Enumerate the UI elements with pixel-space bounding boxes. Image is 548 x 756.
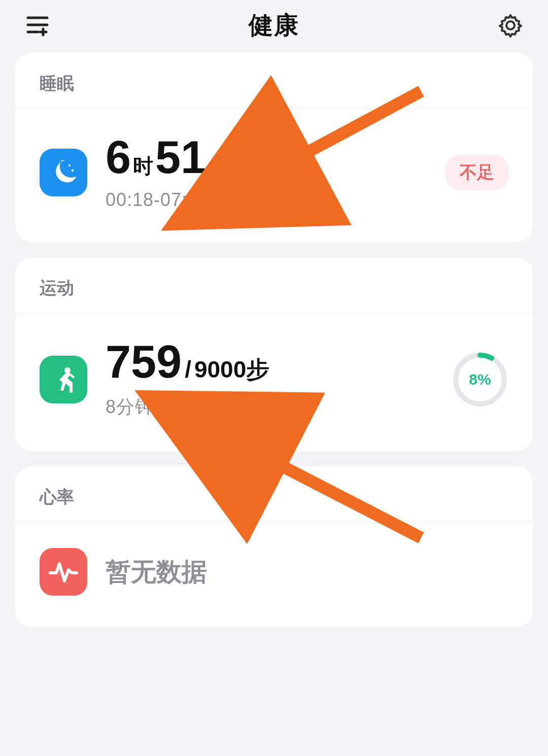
sport-updated: 8分钟前 — [106, 395, 452, 420]
heart-card[interactable]: 心率 暂无数据 — [15, 466, 533, 627]
sleep-value-block: 6 时 51 分 00:18-07:09 — [106, 134, 446, 211]
sleep-duration: 6 时 51 分 — [106, 134, 446, 180]
sport-card[interactable]: 运动 759 / 9000 步 8分钟前 — [15, 257, 533, 451]
steps-unit: 步 — [246, 354, 269, 386]
sleep-range: 00:18-07:09 — [106, 189, 446, 211]
sleep-minutes-unit: 分 — [208, 152, 228, 180]
gear-icon[interactable] — [495, 10, 526, 41]
heart-card-label: 心率 — [15, 466, 533, 523]
heartbeat-icon — [40, 548, 87, 596]
progress-ring: 8% — [452, 351, 508, 408]
sleep-card[interactable]: 睡眠 6 时 51 分 00:18-07:09 — [15, 53, 533, 242]
svg-point-5 — [506, 21, 515, 29]
sleep-card-label: 睡眠 — [15, 53, 533, 109]
progress-percent: 8% — [452, 351, 508, 408]
sleep-hours-unit: 时 — [133, 152, 153, 180]
sport-value-block: 759 / 9000 步 8分钟前 — [106, 339, 452, 420]
card-list: 睡眠 6 时 51 分 00:18-07:09 — [0, 53, 548, 627]
steps-value: 759 — [106, 339, 182, 385]
steps-goal: 9000 — [194, 356, 246, 383]
svg-point-6 — [68, 164, 71, 166]
status-badge: 不足 — [446, 155, 508, 190]
page-title: 健康 — [249, 9, 299, 42]
step-count: 759 / 9000 步 — [106, 339, 452, 386]
heart-nodata: 暂无数据 — [106, 555, 508, 589]
sleep-minutes: 51 — [155, 134, 206, 180]
menu-add-icon[interactable] — [22, 10, 53, 41]
sleep-hours: 6 — [106, 134, 131, 180]
steps-sep: / — [185, 356, 191, 383]
moon-icon — [40, 149, 87, 196]
runner-icon — [40, 356, 87, 403]
app-header: 健康 — [0, 0, 548, 53]
sport-card-label: 运动 — [15, 257, 533, 314]
